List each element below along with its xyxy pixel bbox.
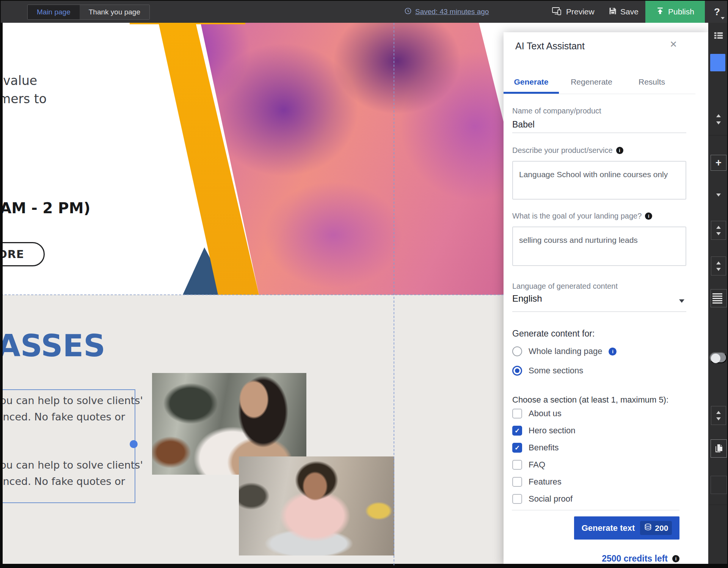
testimonial-line: ou can help to solve clients' (1, 395, 143, 406)
horizontal-guide-line (1, 294, 504, 295)
add-element-button[interactable]: + (711, 155, 726, 171)
vertical-guide-line (394, 23, 394, 565)
generate-text-label: Generate text (582, 523, 635, 533)
selected-text-block[interactable]: ou can help to solve clients'inced. No f… (1, 389, 135, 503)
testimonial-line: inced. No fake quotes or (1, 475, 125, 487)
close-icon[interactable]: ✕ (666, 37, 681, 52)
toggle-switch-off[interactable] (709, 352, 727, 363)
save-button[interactable]: Save (607, 1, 641, 23)
radio-label: Whole landing page (529, 346, 602, 356)
checkbox-label: About us (529, 409, 562, 419)
goal-label-text: What is the goal of your landing page? (512, 212, 642, 220)
checkbox-social-proof[interactable]: Social proof (512, 494, 573, 504)
stepper-control[interactable] (711, 221, 726, 240)
tab-regenerate[interactable]: Regenerate (563, 77, 620, 87)
help-button[interactable]: ? (707, 1, 727, 23)
checkbox-unchecked-icon (512, 409, 522, 419)
text-align-icon[interactable] (711, 289, 727, 307)
publish-button[interactable]: Publish (645, 1, 705, 23)
page-tab-group: Main page Thank you page (27, 5, 150, 20)
checkbox-checked-icon (512, 443, 522, 453)
stepper-control[interactable] (711, 406, 726, 425)
generate-for-label: Generate content for: (512, 329, 595, 339)
language-selected-value: English (512, 293, 542, 304)
testimonial-line: ou can help to solve clients' (1, 459, 143, 471)
describe-label-text: Describe your product/service (512, 146, 613, 155)
history-clock-icon (404, 7, 412, 17)
devices-preview-icon (552, 6, 562, 17)
info-icon[interactable]: i (616, 147, 623, 154)
language-field-label: Language of generated content (512, 282, 618, 291)
company-field-label: Name of company/product (512, 107, 601, 115)
info-icon[interactable]: i (645, 212, 652, 220)
language-select[interactable]: English (512, 293, 686, 312)
checkbox-faq[interactable]: FAQ (512, 459, 545, 470)
checkbox-checked-icon (512, 426, 522, 436)
radio-whole-landing-page[interactable]: Whole landing page i (512, 346, 617, 356)
hero-top-accent-line (130, 23, 245, 24)
preview-button[interactable]: Preview (549, 1, 597, 23)
checkbox-unchecked-icon (512, 477, 522, 487)
arrow-up-icon (716, 114, 721, 117)
preview-label: Preview (566, 7, 595, 16)
canvas-left-border (1, 23, 3, 565)
checkbox-label: FAQ (529, 460, 545, 470)
testimonial-paragraph[interactable]: ou can help to solve clients'inced. No f… (1, 457, 143, 489)
chevron-down-icon (679, 299, 684, 303)
info-icon[interactable]: i (609, 348, 617, 356)
layers-list-icon[interactable] (712, 30, 725, 41)
credits-label: 2500 credits left (602, 554, 668, 564)
help-label: ? (714, 6, 720, 18)
stepper-control[interactable] (711, 256, 726, 275)
tab-thank-you-page[interactable]: Thank you page (80, 5, 149, 19)
radio-selected-icon (512, 366, 522, 376)
chevron-down-icon (716, 194, 721, 197)
describe-textarea[interactable]: Language School with online courses only (512, 161, 686, 200)
toggle-knob (711, 354, 720, 363)
hero-schedule-text[interactable]: AM - 2 PM) (1, 200, 90, 217)
radio-some-sections[interactable]: Some sections (512, 366, 583, 376)
tab-generate[interactable]: Generate (504, 77, 559, 87)
choose-section-label: Choose a section (at least 1, maximum 5)… (512, 395, 668, 405)
photo-woman-at-laptop[interactable] (239, 456, 394, 555)
credits-row: 2500 credits left i (504, 554, 679, 564)
color-swatch-button[interactable] (710, 54, 725, 71)
saved-status-link[interactable]: Saved: 43 minutes ago (402, 1, 491, 23)
duplicate-pages-icon[interactable] (711, 439, 727, 458)
arrow-down-icon (716, 232, 721, 235)
arrow-up-icon (716, 226, 721, 229)
selection-resize-handle[interactable] (130, 440, 138, 448)
tab-results[interactable]: Results (628, 77, 676, 87)
coins-icon (644, 523, 652, 533)
tab-main-page[interactable]: Main page (28, 5, 80, 19)
checkbox-hero-section[interactable]: Hero section (512, 425, 576, 436)
dropdown-caret-button[interactable] (714, 192, 723, 198)
save-label: Save (620, 7, 639, 16)
testimonial-paragraph[interactable]: ou can help to solve clients'inced. No f… (1, 392, 143, 425)
radio-unselected-icon (512, 346, 522, 356)
classes-heading[interactable]: ASSES (1, 328, 105, 363)
info-icon[interactable]: i (672, 555, 679, 562)
goal-textarea[interactable]: selling courss and nurturing leads (512, 227, 686, 266)
checkbox-features[interactable]: Features (512, 477, 562, 487)
top-toolbar: Main page Thank you page Saved: 43 minut… (1, 1, 727, 23)
checkbox-about-us[interactable]: About us (512, 408, 562, 419)
company-name-input[interactable] (512, 116, 686, 133)
hero-text-fragment-2[interactable]: mers to (1, 91, 47, 106)
checkbox-unchecked-icon (512, 460, 522, 470)
radio-label: Some sections (529, 366, 583, 376)
generate-text-button[interactable]: Generate text 200 (574, 516, 679, 540)
describe-field-label: Describe your product/service i (512, 146, 623, 155)
rail-empty-slot-button[interactable] (711, 476, 727, 494)
publish-label: Publish (668, 7, 694, 16)
cost-badge: 200 (640, 521, 672, 535)
publish-upload-icon (656, 7, 664, 17)
arrow-up-icon (716, 261, 721, 264)
hero-cta-button[interactable]: ORE (1, 242, 45, 266)
arrow-down-icon (716, 417, 721, 420)
cost-value: 200 (655, 524, 668, 533)
tabs-divider (504, 94, 695, 94)
hero-text-fragment-1[interactable]: value (3, 73, 37, 88)
stepper-control[interactable] (712, 114, 725, 125)
checkbox-benefits[interactable]: Benefits (512, 442, 559, 453)
